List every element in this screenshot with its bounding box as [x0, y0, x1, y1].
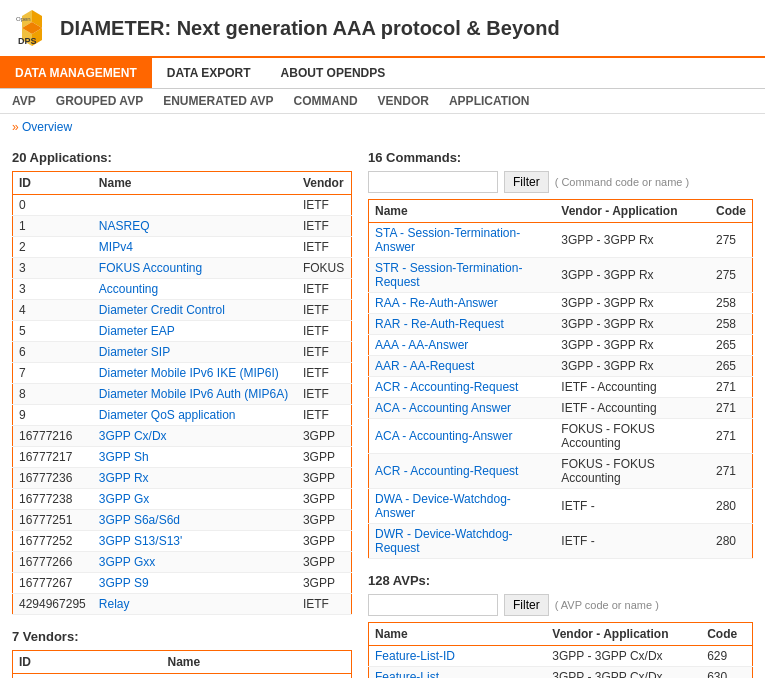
cmd-code: 275: [710, 258, 753, 293]
app-vendor: 3GPP: [297, 426, 352, 447]
app-vendor: 3GPP: [297, 531, 352, 552]
app-vendor: 3GPP: [297, 552, 352, 573]
cmd-name[interactable]: ACA - Accounting-Answer: [369, 419, 556, 454]
app-name[interactable]: Diameter Mobile IPv6 Auth (MIP6A): [93, 384, 297, 405]
cmd-name[interactable]: STR - Session-Termination-Request: [369, 258, 556, 293]
app-name[interactable]: 3GPP Gxx: [93, 552, 297, 573]
app-name[interactable]: 3GPP Gx: [93, 489, 297, 510]
nav-about[interactable]: ABOUT OPENDPS: [266, 58, 401, 88]
cmd-vendor-app: IETF - Accounting: [555, 398, 710, 419]
app-vendor: IETF: [297, 363, 352, 384]
breadcrumb-label[interactable]: Overview: [22, 120, 72, 134]
cmd-vendor-app: 3GPP - 3GPP Rx: [555, 314, 710, 335]
cmd-name[interactable]: AAR - AA-Request: [369, 356, 556, 377]
cmd-name[interactable]: RAR - Re-Auth-Request: [369, 314, 556, 335]
cmd-name[interactable]: ACR - Accounting-Request: [369, 377, 556, 398]
avp-col-vendor-app: Vendor - Application: [546, 623, 701, 646]
commands-table: Name Vendor - Application Code STA - Ses…: [368, 199, 753, 559]
app-name[interactable]: 3GPP Cx/Dx: [93, 426, 297, 447]
table-row: 16777216 3GPP Cx/Dx 3GPP: [13, 426, 352, 447]
app-id: 16777266: [13, 552, 93, 573]
app-id: 16777238: [13, 489, 93, 510]
app-name[interactable]: FOKUS Accounting: [93, 258, 297, 279]
cmd-vendor-app: IETF - Accounting: [555, 377, 710, 398]
app-id: 3: [13, 279, 93, 300]
cmd-name[interactable]: AAA - AA-Answer: [369, 335, 556, 356]
app-col-id: ID: [13, 172, 93, 195]
app-name[interactable]: 3GPP S6a/S6d: [93, 510, 297, 531]
cmd-col-name: Name: [369, 200, 556, 223]
sub-nav-vendor[interactable]: VENDOR: [378, 94, 429, 108]
cmd-name[interactable]: DWR - Device-Watchdog-Request: [369, 524, 556, 559]
sub-nav-application[interactable]: APPLICATION: [449, 94, 529, 108]
table-row: 2 MIPv4 IETF: [13, 237, 352, 258]
vendor-col-id: ID: [13, 651, 162, 674]
app-name[interactable]: Accounting: [93, 279, 297, 300]
vendor-id: 0: [13, 674, 162, 679]
applications-table: ID Name Vendor 0 IETF1 NASREQ IETF2 MIPv…: [12, 171, 352, 615]
app-vendor: IETF: [297, 279, 352, 300]
app-name[interactable]: Diameter Mobile IPv6 IKE (MIP6I): [93, 363, 297, 384]
avp-name[interactable]: Feature-List-ID: [369, 646, 547, 667]
sub-nav-grouped-avp[interactable]: GROUPED AVP: [56, 94, 143, 108]
table-row: 1 NASREQ IETF: [13, 216, 352, 237]
avps-filter-input[interactable]: [368, 594, 498, 616]
right-column: 16 Commands: Filter ( Command code or na…: [352, 150, 753, 678]
vendor-name[interactable]: IETF: [161, 674, 351, 679]
avps-title: 128 AVPs:: [368, 573, 753, 588]
app-vendor: IETF: [297, 384, 352, 405]
app-name[interactable]: MIPv4: [93, 237, 297, 258]
cmd-name[interactable]: DWA - Device-Watchdog-Answer: [369, 489, 556, 524]
commands-filter-input[interactable]: [368, 171, 498, 193]
cmd-name[interactable]: RAA - Re-Auth-Answer: [369, 293, 556, 314]
cmd-code: 280: [710, 524, 753, 559]
app-name[interactable]: Relay: [93, 594, 297, 615]
sub-nav-command[interactable]: COMMAND: [294, 94, 358, 108]
avps-filter-button[interactable]: Filter: [504, 594, 549, 616]
app-vendor: IETF: [297, 594, 352, 615]
nav-data-management[interactable]: DATA MANAGEMENT: [0, 58, 152, 88]
table-row: Feature-List 3GPP - 3GPP Cx/Dx 630: [369, 667, 753, 679]
app-vendor: IETF: [297, 195, 352, 216]
nav-data-export[interactable]: DATA EXPORT: [152, 58, 266, 88]
commands-filter-button[interactable]: Filter: [504, 171, 549, 193]
cmd-name[interactable]: ACR - Accounting-Request: [369, 454, 556, 489]
table-row: 7 Diameter Mobile IPv6 IKE (MIP6I) IETF: [13, 363, 352, 384]
cmd-code: 275: [710, 223, 753, 258]
sub-nav-enumerated-avp[interactable]: ENUMERATED AVP: [163, 94, 273, 108]
app-name[interactable]: 3GPP Rx: [93, 468, 297, 489]
table-row: 8 Diameter Mobile IPv6 Auth (MIP6A) IETF: [13, 384, 352, 405]
table-row: 16777236 3GPP Rx 3GPP: [13, 468, 352, 489]
table-row: AAR - AA-Request 3GPP - 3GPP Rx 265: [369, 356, 753, 377]
app-vendor: FOKUS: [297, 258, 352, 279]
table-row: 16777217 3GPP Sh 3GPP: [13, 447, 352, 468]
app-id: 9: [13, 405, 93, 426]
header: Open DPS DIAMETER: Next generation AAA p…: [0, 0, 765, 58]
app-name[interactable]: Diameter QoS application: [93, 405, 297, 426]
app-name[interactable]: [93, 195, 297, 216]
cmd-name[interactable]: STA - Session-Termination-Answer: [369, 223, 556, 258]
app-name[interactable]: 3GPP S13/S13': [93, 531, 297, 552]
sub-nav-avp[interactable]: AVP: [12, 94, 36, 108]
cmd-col-code: Code: [710, 200, 753, 223]
app-name[interactable]: NASREQ: [93, 216, 297, 237]
app-name[interactable]: Diameter EAP: [93, 321, 297, 342]
app-id: 16777267: [13, 573, 93, 594]
table-row: RAA - Re-Auth-Answer 3GPP - 3GPP Rx 258: [369, 293, 753, 314]
vendors-title: 7 Vendors:: [12, 629, 352, 644]
cmd-vendor-app: IETF -: [555, 489, 710, 524]
nav-bar: DATA MANAGEMENT DATA EXPORT ABOUT OPENDP…: [0, 58, 765, 89]
cmd-code: 265: [710, 335, 753, 356]
cmd-vendor-app: FOKUS - FOKUS Accounting: [555, 454, 710, 489]
cmd-name[interactable]: ACA - Accounting Answer: [369, 398, 556, 419]
avp-name[interactable]: Feature-List: [369, 667, 547, 679]
cmd-code: 258: [710, 314, 753, 335]
table-row: Feature-List-ID 3GPP - 3GPP Cx/Dx 629: [369, 646, 753, 667]
avps-filter-hint: ( AVP code or name ): [555, 599, 659, 611]
app-name[interactable]: Diameter SIP: [93, 342, 297, 363]
app-name[interactable]: 3GPP Sh: [93, 447, 297, 468]
app-name[interactable]: Diameter Credit Control: [93, 300, 297, 321]
table-row: DWA - Device-Watchdog-Answer IETF - 280: [369, 489, 753, 524]
app-name[interactable]: 3GPP S9: [93, 573, 297, 594]
avp-vendor-app: 3GPP - 3GPP Cx/Dx: [546, 646, 701, 667]
